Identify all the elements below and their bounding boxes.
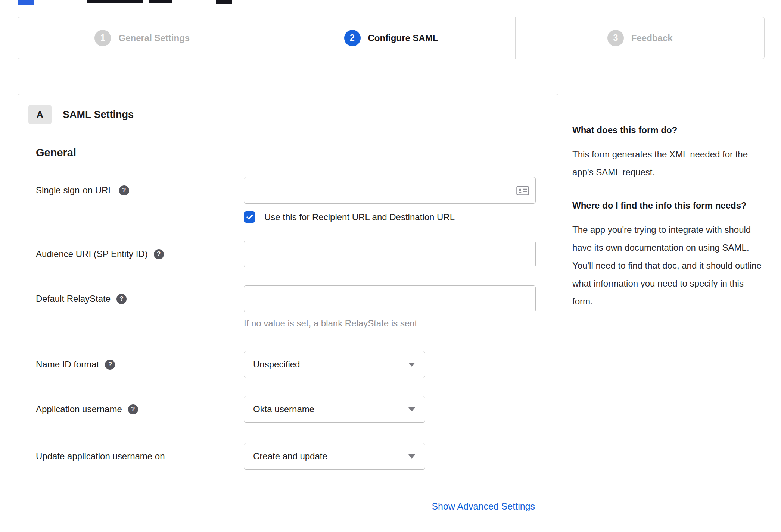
field-row-relaystate: Default RelayState ? If no value is set,… (36, 285, 558, 329)
step-general-settings[interactable]: 1 General Settings (18, 17, 267, 59)
name-id-format-value: Unspecified (253, 359, 300, 370)
help-icon[interactable]: ? (128, 404, 138, 414)
name-id-format-select[interactable]: Unspecified (244, 351, 425, 378)
aside-question-2: Where do I find the info this form needs… (572, 198, 765, 213)
audience-input-wrap (244, 241, 536, 267)
application-username-select[interactable]: Okta username (244, 396, 425, 423)
update-on-label-wrap: Update application username on (36, 443, 244, 461)
cropped-header-fragment (149, 0, 172, 3)
cropped-header-fragment (216, 0, 232, 4)
relay-label-wrap: Default RelayState ? (36, 285, 244, 304)
aside-answer-1: This form generates the XML needed for t… (572, 145, 765, 181)
cropped-header-fragment (18, 0, 34, 5)
sso-label-wrap: Single sign-on URL ? (36, 177, 244, 195)
step-label: General Settings (118, 33, 190, 43)
saml-settings-panel: A SAML Settings General Single sign-on U… (18, 94, 558, 532)
update-username-value: Create and update (253, 451, 327, 461)
step-label: Configure SAML (368, 33, 438, 43)
help-icon[interactable]: ? (154, 249, 164, 259)
chevron-down-icon (408, 454, 415, 459)
nameid-label: Name ID format (36, 359, 99, 370)
relay-label: Default RelayState (36, 294, 111, 304)
step-number-badge: 1 (94, 30, 111, 46)
saml-form: Single sign-on URL ? (36, 177, 558, 470)
audience-label-wrap: Audience URI (SP Entity ID) ? (36, 241, 244, 259)
appuser-label: Application username (36, 404, 122, 414)
checkmark-icon (246, 214, 253, 220)
section-a-badge: A (28, 105, 52, 124)
help-aside: What does this form do? This form genera… (572, 123, 765, 310)
appuser-label-wrap: Application username ? (36, 396, 244, 414)
field-row-audience: Audience URI (SP Entity ID) ? (36, 241, 558, 267)
step-configure-saml[interactable]: 2 Configure SAML (267, 17, 516, 59)
sso-url-input[interactable] (244, 177, 536, 204)
cropped-header-fragment (87, 0, 143, 3)
relay-input-wrap (244, 285, 536, 312)
nameid-label-wrap: Name ID format ? (36, 351, 244, 370)
help-icon[interactable]: ? (119, 185, 129, 195)
relaystate-helper-text: If no value is set, a blank RelayState i… (244, 318, 536, 329)
application-username-value: Okta username (253, 404, 314, 414)
field-row-app-username: Application username ? Okta username (36, 396, 558, 423)
help-icon[interactable]: ? (105, 360, 115, 370)
aside-question-1: What does this form do? (572, 123, 765, 137)
update-username-select[interactable]: Create and update (244, 443, 425, 470)
panel-header: A SAML Settings (18, 105, 558, 124)
chevron-down-icon (408, 407, 415, 411)
field-row-update-on: Update application username on Create an… (36, 443, 558, 470)
step-number-badge: 3 (607, 30, 624, 46)
field-row-nameid: Name ID format ? Unspecified (36, 351, 558, 378)
advanced-settings-row: Show Advanced Settings (18, 501, 535, 512)
relaystate-input[interactable] (244, 285, 536, 312)
help-icon[interactable]: ? (116, 294, 127, 304)
aside-answer-2: The app you're trying to integrate with … (572, 221, 765, 310)
audience-label: Audience URI (SP Entity ID) (36, 249, 148, 259)
recipient-url-checkbox-row: Use this for Recipient URL and Destinati… (244, 211, 536, 223)
chevron-down-icon (408, 363, 415, 367)
show-advanced-settings-link[interactable]: Show Advanced Settings (432, 501, 535, 511)
audience-uri-input[interactable] (244, 241, 536, 267)
step-label: Feedback (631, 33, 673, 43)
contact-card-icon (516, 186, 529, 197)
step-feedback[interactable]: 3 Feedback (515, 17, 764, 59)
update-on-label: Update application username on (36, 451, 165, 461)
wizard-stepper: 1 General Settings 2 Configure SAML 3 Fe… (18, 17, 765, 59)
general-section-heading: General (36, 147, 558, 159)
panel-title: SAML Settings (63, 109, 134, 121)
step-number-badge: 2 (344, 30, 361, 46)
sso-input-wrap (244, 177, 536, 204)
recipient-url-checkbox[interactable] (244, 211, 255, 223)
field-row-sso: Single sign-on URL ? (36, 177, 558, 223)
recipient-url-checkbox-label: Use this for Recipient URL and Destinati… (264, 212, 455, 222)
sso-label: Single sign-on URL (36, 185, 113, 195)
